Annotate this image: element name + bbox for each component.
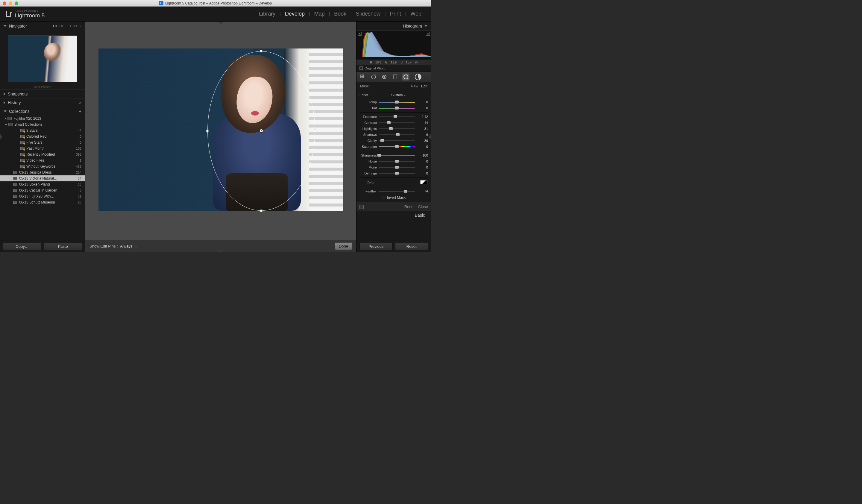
module-map[interactable]: Map xyxy=(310,11,329,17)
svg-point-7 xyxy=(384,76,385,78)
zoom-1:1[interactable]: 1:1 xyxy=(67,25,71,28)
invert-mask-row[interactable]: Invert Mask xyxy=(360,194,428,201)
left-panel-toggle[interactable] xyxy=(0,134,2,140)
original-photo-toggle[interactable]: Original Photo xyxy=(356,65,431,71)
zoom-3:1[interactable]: 3:1 xyxy=(73,25,77,28)
collection-row[interactable]: 06-13 Schulz Museum28 xyxy=(0,199,85,205)
crop-tool[interactable] xyxy=(359,73,367,81)
graduated-filter-tool[interactable] xyxy=(391,73,399,81)
collection-row[interactable]: Video Files1 xyxy=(0,157,85,163)
checkbox-icon[interactable] xyxy=(360,66,363,70)
checkbox-icon[interactable] xyxy=(382,196,385,199)
image-area[interactable] xyxy=(85,22,356,240)
show-edit-pins[interactable]: Show Edit Pins : Always ⌄ xyxy=(90,244,138,248)
color-row[interactable]: Color xyxy=(360,179,428,186)
module-print[interactable]: Print xyxy=(386,11,405,17)
history-header[interactable]: History × xyxy=(0,98,85,107)
radial-handle-bottom[interactable] xyxy=(260,210,262,212)
close-window-button[interactable] xyxy=(3,1,6,5)
svg-rect-3 xyxy=(362,76,364,78)
snapshots-title: Snapshots xyxy=(8,92,27,96)
slider-feather[interactable]: Feather74 xyxy=(360,188,428,194)
slider-shadows[interactable]: Shadows6 xyxy=(360,132,428,138)
navigator-zoom-options[interactable]: FITFILL1:13:1⌄ xyxy=(53,25,81,28)
collection-row[interactable]: 06-13 Fuji X20 With…31 xyxy=(0,193,85,199)
mask-label: Mask : xyxy=(360,84,370,88)
previous-button[interactable]: Previous xyxy=(360,243,393,250)
zoom-window-button[interactable] xyxy=(15,1,18,5)
module-picker: Library|Develop|Map|Book|Slideshow|Print… xyxy=(255,11,426,17)
collection-row[interactable]: 06-13 Bokeh Plants38 xyxy=(0,181,85,187)
collection-row[interactable]: 03-13 Jessica Dress254 xyxy=(0,169,85,175)
shadow-clipping-icon[interactable] xyxy=(358,32,362,36)
collection-row[interactable]: Fujifilm X20 2013 xyxy=(0,116,85,121)
collection-row[interactable]: 3 Stars44 xyxy=(0,128,85,133)
collection-row[interactable]: 05-13 Victoria Natural…34 xyxy=(0,175,85,181)
collections-minus[interactable]: – xyxy=(75,109,77,114)
minimize-window-button[interactable] xyxy=(9,1,12,5)
app-icon: Lr xyxy=(159,1,164,5)
slider-noise[interactable]: Noise0 xyxy=(360,158,428,164)
snapshots-header[interactable]: Snapshots + xyxy=(0,90,85,98)
slider-tint[interactable]: Tint0 xyxy=(360,105,428,111)
collections-header[interactable]: Collections –+ xyxy=(0,107,85,116)
reset-button[interactable]: Reset xyxy=(395,243,428,250)
effect-row[interactable]: Effect : Custom⌄ xyxy=(360,92,428,98)
slider-exposure[interactable]: Exposure– 0.42 xyxy=(360,114,428,120)
slider-clarity[interactable]: Clarity– 80 xyxy=(360,138,428,144)
histogram-header[interactable]: Histogram xyxy=(356,22,431,30)
copy-button[interactable]: Copy… xyxy=(3,243,41,250)
done-button[interactable]: Done xyxy=(335,242,352,250)
navigator-thumbnail[interactable] xyxy=(8,36,77,82)
slider-defringe[interactable]: Defringe0 xyxy=(360,170,428,176)
collections-plus[interactable]: + xyxy=(79,109,81,114)
module-library[interactable]: Library xyxy=(255,11,279,17)
svg-rect-8 xyxy=(393,75,397,79)
module-slideshow[interactable]: Slideshow xyxy=(352,11,384,17)
navigator-header[interactable]: Navigator FITFILL1:13:1⌄ xyxy=(0,22,85,30)
color-swatch[interactable] xyxy=(420,180,428,184)
collection-row[interactable]: 06-13 Cactus in Garden6 xyxy=(0,187,85,193)
panel-switch-icon[interactable] xyxy=(360,205,364,209)
radial-handle-left[interactable] xyxy=(206,130,209,132)
module-develop[interactable]: Develop xyxy=(281,11,309,17)
slider-sharpness[interactable]: Sharpness– 100 xyxy=(360,152,428,158)
collection-row[interactable]: Without Keywords482 xyxy=(0,163,85,169)
right-bottom-bar: Previous Reset xyxy=(356,241,431,252)
module-web[interactable]: Web xyxy=(406,11,426,17)
navigator-title: Navigator xyxy=(9,24,27,28)
zoom-fit[interactable]: FIT xyxy=(53,25,57,28)
filmstrip-toggle[interactable] xyxy=(218,250,224,252)
module-book[interactable]: Book xyxy=(330,11,351,17)
radial-handle-right[interactable] xyxy=(314,130,316,132)
histogram[interactable] xyxy=(356,30,431,59)
collection-row[interactable]: Smart Collections xyxy=(0,121,85,128)
local-close[interactable]: Close xyxy=(418,204,428,209)
radial-filter-overlay[interactable] xyxy=(207,51,315,211)
radial-pin[interactable] xyxy=(259,129,263,133)
slider-moiré[interactable]: Moiré0 xyxy=(360,164,428,170)
zoom-fill[interactable]: FILL xyxy=(59,25,65,28)
radial-handle-top[interactable] xyxy=(260,50,262,52)
paste-button[interactable]: Paste xyxy=(44,243,82,250)
spot-tool[interactable] xyxy=(370,73,377,81)
basic-panel-header[interactable]: Basic xyxy=(356,211,431,219)
collection-row[interactable]: Colored Red0 xyxy=(0,133,85,140)
slider-temp[interactable]: Temp0 xyxy=(360,99,428,105)
highlight-clipping-icon[interactable] xyxy=(426,32,430,36)
mask-edit[interactable]: Edit xyxy=(421,84,428,88)
collection-row[interactable]: Past Month105 xyxy=(0,145,85,151)
radial-filter-sliders: Effect : Custom⌄ Temp0Tint0Exposure– 0.4… xyxy=(356,90,431,202)
collection-row[interactable]: Recently Modified393 xyxy=(0,151,85,157)
adjustment-brush-tool[interactable] xyxy=(413,73,423,81)
mask-new[interactable]: New xyxy=(411,84,418,88)
redeye-tool[interactable] xyxy=(380,73,388,81)
collection-row[interactable]: Five Stars0 xyxy=(0,140,85,145)
right-panel-toggle[interactable] xyxy=(429,134,431,140)
slider-contrast[interactable]: Contrast– 44 xyxy=(360,120,428,126)
photo-preview xyxy=(99,49,343,211)
slider-saturation[interactable]: Saturation0 xyxy=(360,144,428,150)
local-reset[interactable]: Reset xyxy=(404,204,415,209)
radial-filter-tool[interactable] xyxy=(402,73,410,81)
slider-highlights[interactable]: Highlights– 31 xyxy=(360,126,428,132)
